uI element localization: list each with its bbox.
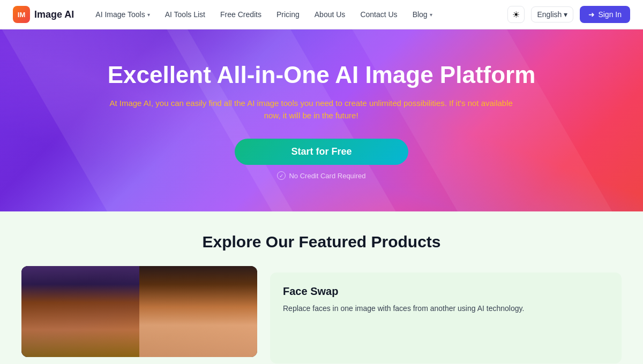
person-silhouette-right [139,266,257,357]
face-swap-info-card: Face Swap Replace faces in one image wit… [270,272,622,363]
signin-icon: ➜ [588,10,595,19]
theme-toggle-button[interactable]: ☀ [507,6,525,23]
hero-section: Excellent All-in-One AI Image Platform A… [0,29,643,211]
nav-item-ai-tools-list[interactable]: AI Tools List [159,7,212,22]
signin-button[interactable]: ➜ Sign In [580,6,630,23]
start-for-free-button[interactable]: Start for Free [235,139,408,165]
person-silhouette-left [21,266,139,357]
no-credit-card-notice: ✓ No Credit Card Required [108,171,536,180]
products-grid: Face Swap Replace faces in one image wit… [21,266,622,364]
nav-item-free-credits[interactable]: Free Credits [214,7,268,22]
chevron-down-icon: ▾ [564,10,567,19]
language-selector-button[interactable]: English ▾ [531,6,573,22]
check-circle-icon: ✓ [277,171,286,180]
nav-item-ai-image-tools[interactable]: AI Image Tools ▾ [89,7,156,22]
logo-text: Image AI [34,9,74,20]
nav-item-about-us[interactable]: About Us [308,7,352,22]
product-name: Face Swap [283,285,609,298]
chevron-down-icon: ▾ [430,12,432,18]
nav-right: ☀ English ▾ ➜ Sign In [507,6,630,23]
logo-icon: IM [13,6,30,23]
product-description: Replace faces in one image with faces fr… [283,303,609,314]
hero-title: Excellent All-in-One AI Image Platform [108,61,536,89]
navbar: IM Image AI AI Image Tools ▾ AI Tools Li… [0,0,643,29]
hero-content: Excellent All-in-One AI Image Platform A… [108,61,536,180]
face-swap-image-card[interactable] [21,266,257,357]
nav-item-contact-us[interactable]: Contact Us [354,7,403,22]
face-swap-before-image [21,266,139,357]
face-swap-after-image [139,266,257,357]
language-label: English [537,10,562,19]
product-info-area: Face Swap Replace faces in one image wit… [270,266,622,364]
nav-item-pricing[interactable]: Pricing [270,7,306,22]
featured-section-title: Explore Our Featured Products [21,233,622,251]
chevron-down-icon: ▾ [147,12,150,18]
hero-subtitle: At Image AI, you can easily find all the… [108,97,515,122]
nav-items: AI Image Tools ▾ AI Tools List Free Cred… [89,7,507,22]
sun-icon: ☀ [512,10,520,20]
featured-section: Explore Our Featured Products Face Swap … [0,211,643,364]
nav-item-blog[interactable]: Blog ▾ [406,7,439,22]
logo-link[interactable]: IM Image AI [13,6,74,23]
